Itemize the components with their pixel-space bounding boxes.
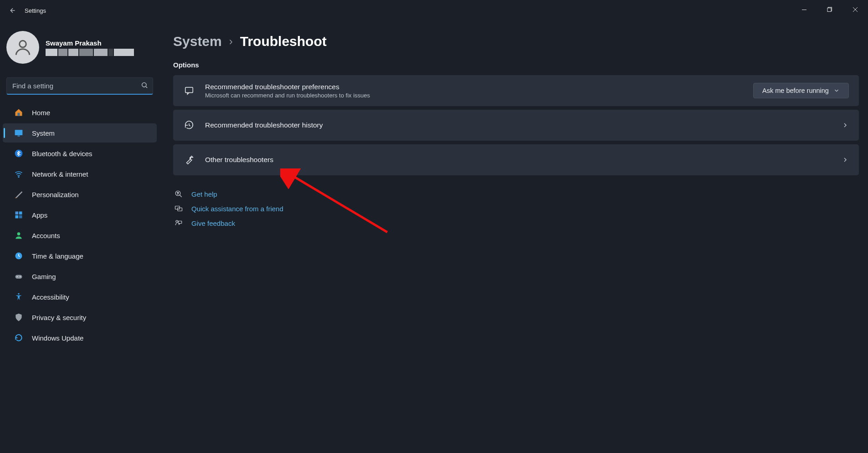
nav-label: Accessibility [32,293,69,301]
arrow-left-icon [9,7,16,14]
nav-label: Home [32,109,50,117]
search-input[interactable] [12,82,141,90]
nav-home[interactable]: Home [3,103,157,122]
screens-icon [173,204,184,213]
profile-block[interactable]: Swayam Prakash [0,27,159,67]
back-button[interactable] [4,1,22,20]
nav-gaming[interactable]: Gaming [3,267,157,286]
profile-email-redacted [46,49,134,56]
card-troubleshooter-history[interactable]: Recommended troubleshooter history [173,110,859,141]
card-other-troubleshooters[interactable]: Other troubleshooters [173,144,859,175]
svg-rect-0 [802,10,806,10]
svg-rect-20 [185,87,193,93]
sidebar: Swayam Prakash Home [0,21,159,453]
nav-label: System [32,129,55,137]
breadcrumb-parent[interactable]: System [173,34,222,49]
link-feedback[interactable]: Give feedback [173,219,859,227]
minimize-icon [801,7,807,12]
chevron-down-icon [833,87,840,94]
nav-apps[interactable]: Apps [3,205,157,224]
nav-label: Bluetooth & devices [32,150,92,158]
brush-icon [14,189,24,199]
svg-point-17 [17,276,18,277]
svg-rect-11 [19,212,22,215]
titlebar: Settings [0,0,868,21]
nav-privacy[interactable]: Privacy & security [3,308,157,327]
close-icon [853,7,858,12]
svg-rect-26 [178,221,182,224]
clock-icon [14,251,24,261]
nav-label: Privacy & security [32,314,86,321]
svg-rect-5 [18,113,20,116]
svg-point-4 [142,82,146,87]
card-title: Other troubleshooters [205,156,273,164]
link-label: Get help [191,190,217,198]
svg-rect-7 [18,136,20,137]
nav-system[interactable]: System [3,123,157,143]
help-links: ? Get help Quick assistance from a frien… [173,190,859,227]
nav-accessibility[interactable]: Accessibility [3,287,157,306]
accessibility-icon [14,292,24,302]
gaming-icon [14,271,24,281]
svg-point-18 [20,276,21,277]
nav-accounts[interactable]: Accounts [3,226,157,245]
svg-point-9 [18,177,19,178]
svg-rect-12 [15,215,19,219]
apps-icon [14,210,24,220]
main-content: System › Troubleshoot Options Recommende… [159,21,868,453]
message-icon [183,85,195,97]
svg-text:?: ? [177,192,179,195]
maximize-icon [827,7,832,12]
person-icon [13,37,33,57]
nav-label: Personalization [32,191,79,199]
svg-rect-16 [15,275,22,279]
profile-info: Swayam Prakash [46,39,134,56]
update-icon [14,333,24,343]
bluetooth-icon [14,148,24,158]
link-get-help[interactable]: ? Get help [173,190,859,198]
link-label: Give feedback [191,219,235,227]
svg-point-25 [176,220,178,223]
prefs-dropdown[interactable]: Ask me before running [753,83,849,98]
nav-bluetooth[interactable]: Bluetooth & devices [3,144,157,163]
history-icon [183,119,195,131]
profile-name: Swayam Prakash [46,39,134,47]
svg-rect-13 [19,215,22,219]
window-title: Settings [25,7,46,14]
nav-label: Apps [32,211,47,219]
accounts-icon [14,230,24,240]
minimize-button[interactable] [791,0,817,19]
svg-rect-2 [827,8,831,12]
nav-personalization[interactable]: Personalization [3,185,157,204]
shield-icon [14,312,24,322]
system-icon [14,128,24,138]
link-quick-assist[interactable]: Quick assistance from a friend [173,204,859,213]
card-text: Recommended troubleshooter preferences M… [205,83,370,99]
home-icon [14,107,24,117]
nav-list: Home System Bluetooth & devices Network … [0,103,159,347]
nav-label: Gaming [32,273,56,280]
maximize-button[interactable] [817,0,842,19]
svg-rect-10 [15,212,19,215]
window-controls [791,2,868,19]
link-label: Quick assistance from a friend [191,205,283,213]
nav-network[interactable]: Network & internet [3,164,157,183]
card-title: Recommended troubleshooter preferences [205,83,370,91]
nav-update[interactable]: Windows Update [3,328,157,347]
chevron-right-icon [842,156,849,163]
feedback-icon [173,219,184,227]
nav-time[interactable]: Time & language [3,246,157,265]
card-title: Recommended troubleshooter history [205,121,323,129]
card-right [842,156,849,163]
section-heading: Options [173,61,859,69]
card-right [842,122,849,129]
svg-point-14 [17,232,21,235]
search-box[interactable] [6,77,153,95]
breadcrumb-separator-icon: › [229,35,233,48]
svg-point-19 [18,293,19,295]
app-layout: Swayam Prakash Home [0,21,868,453]
svg-point-3 [20,41,26,47]
breadcrumb: System › Troubleshoot [173,34,859,49]
close-button[interactable] [842,0,868,19]
card-troubleshooter-prefs[interactable]: Recommended troubleshooter preferences M… [173,75,859,106]
